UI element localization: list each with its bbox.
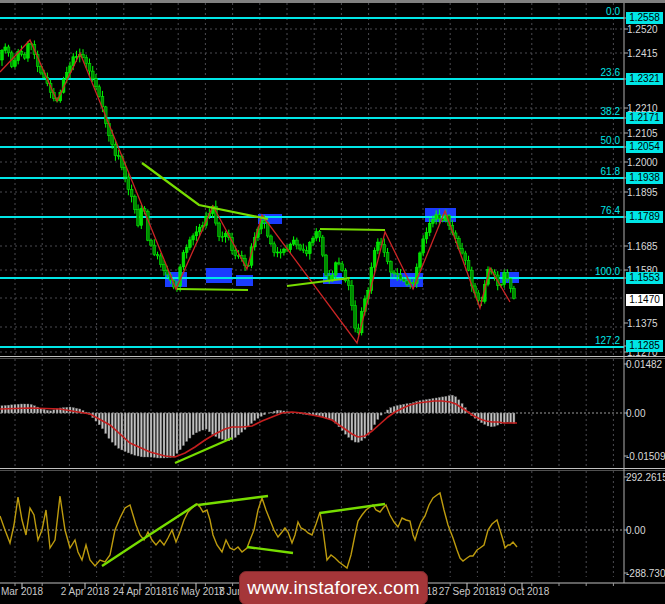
fib-price-badge: 1.2054 xyxy=(626,141,663,153)
trading-terminal-screenshot: 1.25201.24151.22101.21051.20001.18951.16… xyxy=(0,0,665,604)
fib-level-label: 127.2 xyxy=(560,335,620,346)
price-scale-label: 1.1685 xyxy=(627,241,658,252)
current-price-badge: 1.1470 xyxy=(626,294,663,306)
date-axis-label: 24 Apr 2018 xyxy=(113,586,167,597)
oscillator-scale-min: -288.730 xyxy=(626,568,665,579)
date-axis-label: Mar 2018 xyxy=(1,586,43,597)
instaforex-watermark: www.instaforex.com xyxy=(239,571,428,604)
fib-level-label: 76.4 xyxy=(560,205,620,216)
fib-level-label: 0.0 xyxy=(560,6,620,17)
macd-scale-zero: 0.00 xyxy=(626,408,645,419)
fib-level-label: 38.2 xyxy=(560,106,620,117)
oscillator-scale-max: 292.2615 xyxy=(626,472,665,483)
price-scale-label: 1.1375 xyxy=(627,318,658,329)
price-scale-label: 1.2415 xyxy=(627,48,658,59)
price-scale-label: 1.2105 xyxy=(627,128,658,139)
fib-price-badge: 1.1285 xyxy=(626,340,663,352)
chart-canvas[interactable] xyxy=(0,0,665,604)
fib-level-label: 23.6 xyxy=(560,67,620,78)
date-axis-label: 16 May 2018 xyxy=(167,586,225,597)
fib-price-badge: 1.1789 xyxy=(626,211,663,223)
fib-price-badge: 1.2321 xyxy=(626,73,663,85)
fib-price-badge: 1.1938 xyxy=(626,172,663,184)
fib-level-label: 100.0 xyxy=(560,266,620,277)
macd-scale-min: -0.01509 xyxy=(626,451,665,462)
oscillator-scale-zero: 0.00 xyxy=(626,525,645,536)
fib-price-badge: 1.1553 xyxy=(626,272,663,284)
fib-level-label: 61.8 xyxy=(560,166,620,177)
price-scale-label: 1.2000 xyxy=(627,157,658,168)
fib-price-badge: 1.2558 xyxy=(626,12,663,24)
date-axis-label: 2 Apr 2018 xyxy=(61,586,109,597)
fib-level-label: 50.0 xyxy=(560,135,620,146)
fib-price-badge: 1.2171 xyxy=(626,112,663,124)
date-axis-label: 27 Sep 2018 xyxy=(439,586,496,597)
date-axis-label: 19 Oct 2018 xyxy=(495,586,549,597)
price-scale-label: 1.2520 xyxy=(627,24,658,35)
price-scale-label: 1.1895 xyxy=(627,187,658,198)
macd-scale-max: 0.01482 xyxy=(626,359,662,370)
